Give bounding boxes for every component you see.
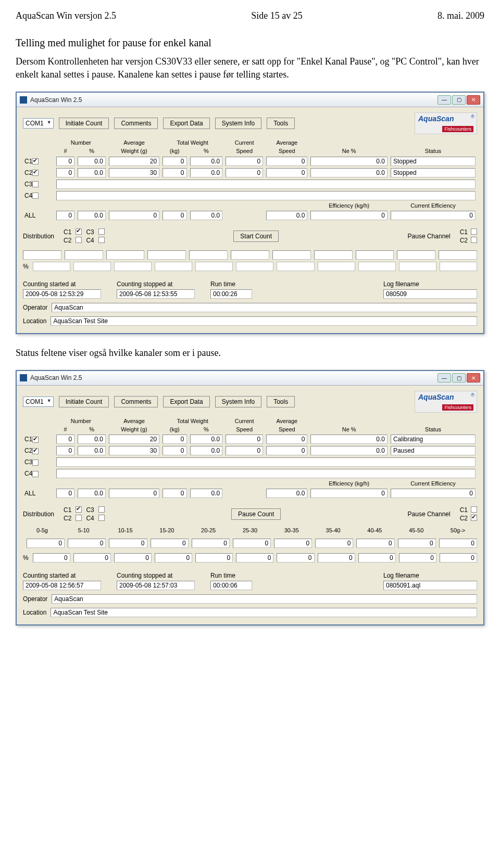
maximize-button[interactable]: ▢ [452,95,466,105]
tools-button[interactable]: Tools [267,118,295,129]
close-button[interactable]: ✕ [467,373,480,382]
channel-enable-checkbox[interactable] [32,158,39,164]
export-data-button[interactable]: Export Data [163,118,209,129]
stopped-field: 2009-05-08 12:57:03 [117,581,195,590]
comments-button[interactable]: Comments [114,396,158,407]
dist-c2-checkbox[interactable] [76,515,82,521]
brand-logo: AquaScan ® Fishcounters [415,112,477,134]
channel-table: Number Average Total Weight Current Aver… [23,138,477,221]
dist-c2-checkbox[interactable] [76,237,82,243]
runtime-label: Run time [210,280,252,288]
pause-count-button[interactable]: Pause Count [231,508,281,520]
distribution-group: C1 C3 C2 C4 [64,506,105,522]
location-field[interactable]: AquaScan Test Site [51,608,477,617]
distribution-label: Distribution [23,510,54,518]
blank-fields-row [23,250,477,260]
channel-enable-checkbox[interactable] [32,471,39,477]
dist-c3-checkbox[interactable] [98,228,105,235]
started-label: Counting started at [23,280,101,288]
brand-subtext: Fishcounters [442,126,473,132]
titlebar: AquaScan Win 2.5 — ▢ ✕ [17,93,483,107]
histogram-labels: 0-5g 5-10 10-15 15-20 20-25 25-30 30-35 … [23,527,477,533]
paragraph-2: Status feltene viser også hvilke kanaler… [16,347,484,360]
col-pct: % [76,147,107,155]
status-field: Stopped [391,168,476,177]
minimize-button[interactable]: — [438,95,451,105]
pause-channel-label: Pause Channel [408,510,451,518]
channel-enable-checkbox[interactable] [32,459,39,466]
initiate-count-button[interactable]: Initiate Count [59,396,109,407]
export-data-button[interactable]: Export Data [163,396,209,407]
minimize-button[interactable]: — [438,373,451,382]
com-port-select[interactable]: COM1 [23,397,54,407]
avgw-field: 20 [109,157,159,166]
titlebar: AquaScan Win 2.5 — ▢ ✕ [17,371,483,386]
channel-label: C4 [24,192,32,199]
col-curspd: Current [224,138,265,147]
system-info-button[interactable]: System Info [215,396,261,407]
num-field: 0 [56,157,74,166]
system-info-button[interactable]: System Info [215,118,261,129]
dist-c4-checkbox[interactable] [98,515,105,521]
channel-label: C3 [24,181,32,188]
table-row: C1 0 0.0 20 0 0.0 0 0 0.0 Stopped [23,156,477,167]
pause-channel-label: Pause Channel [408,233,451,240]
window-title: AquaScan Win 2.5 [30,374,438,381]
ne-field: 0.0 [310,157,387,166]
pause-c2-checkbox[interactable] [471,515,477,521]
pause-c2-checkbox[interactable] [471,237,477,243]
channel-enable-checkbox[interactable] [32,193,39,199]
dist-c1-checkbox[interactable] [76,506,82,513]
col-number: Number [55,138,107,147]
col-avgw: Average [107,138,161,147]
blank-pct-row: % [23,262,477,271]
runtime-field: 00:00:26 [210,289,252,299]
operator-field[interactable]: AquaScan [52,303,477,312]
app-icon [20,374,27,381]
status-field: Stopped [391,157,476,166]
pct-field: 0.0 [78,157,106,166]
channel-enable-checkbox[interactable] [32,437,39,443]
col-avgspd: Average [265,138,309,147]
logfile-field[interactable]: 080509 [383,289,477,299]
operator-field[interactable]: AquaScan [52,594,477,604]
maximize-button[interactable]: ▢ [452,373,466,382]
pause-c1-checkbox[interactable] [471,228,477,235]
col-cureff: Current Efficiency [389,201,477,210]
start-count-button[interactable]: Start Count [233,231,279,242]
app-window-1: AquaScan Win 2.5 — ▢ ✕ COM1 Initiate Cou… [16,92,484,334]
channel-table: Number Average Total Weight Current Aver… [23,417,477,499]
dist-c4-checkbox[interactable] [98,237,105,243]
table-row: C3 [23,456,477,468]
logfile-field[interactable]: 0805091.aql [383,581,477,590]
brand-logo: AquaScan ® Fishcounters [415,391,477,413]
col-speed2: Speed [265,147,309,155]
status-field: Paused [391,446,476,455]
comments-button[interactable]: Comments [114,118,158,129]
channel-enable-checkbox[interactable] [32,170,39,176]
col-ne: Ne % [309,147,389,155]
doc-date: 8. mai. 2009 [438,10,484,21]
registered-icon: ® [471,114,474,119]
brand-text: AquaScan [418,114,454,123]
dist-c1-checkbox[interactable] [76,228,82,235]
logfile-label: Log filename [383,280,477,288]
started-field: 2009-05-08 12:56:57 [23,581,101,590]
operator-label: Operator [23,304,47,311]
initiate-count-button[interactable]: Initiate Count [59,118,109,129]
location-field[interactable]: AquaScan Test Site [51,316,477,326]
col-speed1: Speed [224,147,265,155]
doc-page: Side 15 av 25 [251,10,303,21]
all-label: ALL [23,210,55,221]
com-port-select[interactable]: COM1 [23,118,54,129]
totw-field: 0 [162,157,186,166]
tools-button[interactable]: Tools [267,396,295,407]
channel-enable-checkbox[interactable] [32,448,39,454]
dist-c3-checkbox[interactable] [98,506,105,513]
status-field: Calibrating [391,435,476,444]
close-button[interactable]: ✕ [467,95,480,105]
pause-c1-checkbox[interactable] [471,506,477,513]
totpct-field: 0.0 [190,157,223,166]
channel-enable-checkbox[interactable] [32,181,39,187]
app-icon [20,96,27,104]
